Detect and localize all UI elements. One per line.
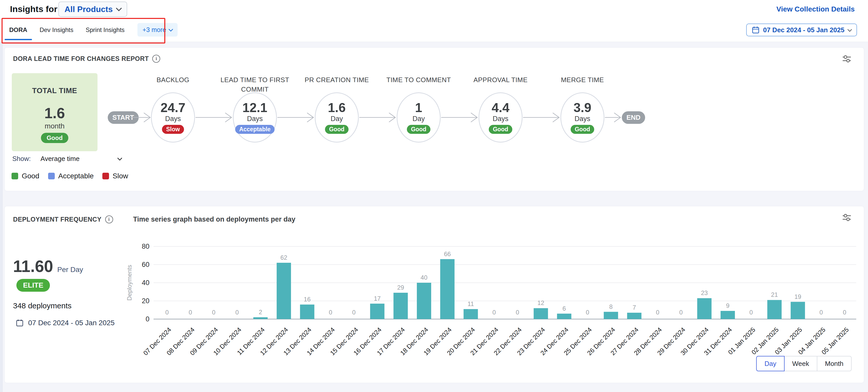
legend-label: Acceptable	[58, 172, 94, 180]
bar-26 Dec 2024[interactable]	[604, 312, 618, 319]
bar-16 Dec 2024[interactable]	[370, 304, 384, 319]
stage-node-5: 4.4DaysGood	[478, 92, 523, 143]
stage-value: 3.9	[574, 101, 591, 115]
bar-27 Dec 2024[interactable]	[627, 313, 642, 319]
stage-unit: Day	[412, 115, 425, 123]
chevron-down-icon	[168, 27, 173, 31]
date-range-value: 07 Dec 2024 - 05 Jan 2025	[763, 26, 844, 34]
bar-value-label: 0	[749, 309, 752, 316]
view-collection-details-link[interactable]: View Collection Details	[776, 5, 855, 13]
bar-17 Dec 2024[interactable]	[394, 293, 408, 319]
granularity-day-button[interactable]: Day	[756, 356, 784, 371]
stage-unit: Days	[165, 115, 181, 123]
stage-status-badge: Good	[489, 125, 512, 134]
bar-value-label: 12	[537, 299, 544, 306]
chart-settings-icon[interactable]	[841, 213, 852, 222]
bar-24 Dec 2024[interactable]	[557, 314, 571, 319]
date-range-picker[interactable]: 07 Dec 2024 - 05 Jan 2025	[746, 24, 857, 36]
more-tabs-dropdown[interactable]: +3 more	[137, 23, 178, 37]
bar-30 Dec 2024[interactable]	[697, 298, 712, 319]
product-selector-dropdown[interactable]: All Products	[58, 2, 127, 17]
bar-value-label: 0	[679, 309, 683, 316]
status-legend: GoodAcceptableSlow	[11, 172, 132, 180]
bar-value-label: 6	[562, 305, 566, 312]
bar-value-label: 9	[726, 302, 729, 309]
lead-time-panel: DORA LEAD TIME FOR CHANGES REPORT i TOTA…	[4, 47, 864, 191]
y-tick-label: 0	[146, 315, 150, 323]
total-time-value: 1.6	[44, 106, 65, 121]
bar-03 Jan 2025[interactable]	[791, 302, 805, 319]
total-time-status-badge: Good	[41, 133, 68, 143]
stage-unit: Days	[247, 115, 263, 123]
bar-value-label: 0	[492, 309, 496, 316]
lead-time-panel-title: DORA LEAD TIME FOR CHANGES REPORT i	[13, 55, 160, 63]
bar-12 Dec 2024[interactable]	[277, 263, 291, 319]
bar-20 Dec 2024[interactable]	[464, 309, 478, 319]
bar-19 Dec 2024[interactable]	[440, 259, 455, 319]
info-icon[interactable]: i	[152, 55, 160, 63]
tab-dora[interactable]: DORA	[3, 18, 33, 42]
granularity-month-button[interactable]: Month	[817, 356, 851, 371]
more-tabs-label: +3 more	[143, 26, 166, 33]
granularity-week-button[interactable]: Week	[784, 356, 817, 371]
chart-settings-icon[interactable]	[841, 54, 852, 63]
bar-23 Dec 2024[interactable]	[533, 308, 548, 319]
legend-swatch	[102, 173, 109, 179]
deployment-rate: 11.60 Per Day	[13, 257, 83, 276]
lead-time-panel-title-text: DORA LEAD TIME FOR CHANGES REPORT	[13, 55, 149, 62]
chevron-down-icon	[116, 5, 122, 11]
page-title: Insights for	[10, 4, 57, 14]
tab-sprint-insights[interactable]: Sprint Insights	[80, 18, 131, 42]
y-tick-label: 60	[142, 261, 150, 268]
info-icon[interactable]: i	[105, 215, 113, 223]
legend-label: Slow	[113, 172, 128, 180]
stage-value: 1	[415, 101, 422, 115]
legend-item-slow: Slow	[102, 172, 128, 180]
show-metric-dropdown[interactable]: Show: Average time	[12, 153, 122, 164]
legend-item-good: Good	[11, 172, 39, 180]
stage-status-badge: Good	[407, 125, 430, 134]
total-time-unit: month	[45, 122, 65, 130]
dora-insights-page: Insights for All Products View Collectio…	[0, 0, 868, 392]
deployment-rate-unit: Per Day	[57, 266, 83, 274]
stage-label-6: MERGE TIME	[539, 75, 626, 85]
bar-value-label: 8	[609, 303, 613, 310]
bar-value-label: 62	[280, 254, 287, 261]
deployment-panel-title-text: DEPLOYMENT FREQUENCY	[13, 216, 101, 223]
y-tick-label: 40	[142, 279, 150, 287]
bar-value-label: 0	[165, 309, 168, 316]
bar-value-label: 0	[656, 309, 659, 316]
bar-value-label: 0	[236, 309, 239, 316]
performance-tier-badge: ELITE	[17, 279, 50, 292]
bar-02 Jan 2025[interactable]	[767, 300, 781, 319]
product-selector-value: All Products	[64, 5, 113, 14]
stage-label-4: TIME TO COMMENT	[375, 75, 462, 85]
stage-value: 12.1	[242, 101, 267, 115]
legend-swatch	[11, 173, 18, 179]
flow-arrow	[441, 112, 478, 123]
y-axis-label: Deployments	[126, 265, 133, 301]
stage-status-badge: Slow	[162, 125, 184, 134]
end-pill: END	[622, 111, 645, 124]
bar-11 Dec 2024[interactable]	[253, 317, 268, 319]
bar-31 Dec 2024[interactable]	[721, 311, 735, 319]
bar-18 Dec 2024[interactable]	[417, 283, 431, 319]
bar-value-label: 0	[212, 309, 215, 316]
stage-unit: Days	[493, 115, 508, 123]
stage-node-3: 1.6DayGood	[315, 92, 359, 143]
deployments-bar-chart: 020406080Deployments007 Dec 2024008 Dec …	[125, 240, 862, 380]
bar-13 Dec 2024[interactable]	[300, 304, 314, 319]
tab-dev-insights[interactable]: Dev Insights	[33, 18, 80, 42]
legend-label: Good	[22, 172, 39, 180]
bar-value-label: 21	[771, 291, 778, 298]
stage-node-6: 3.9DaysGood	[560, 92, 604, 143]
stage-status-badge: Good	[571, 125, 594, 134]
stage-status-badge: Good	[325, 125, 348, 134]
flow-arrow	[277, 112, 314, 123]
bar-value-label: 0	[189, 309, 192, 316]
flow-arrow	[523, 112, 560, 123]
content-area: DORA LEAD TIME FOR CHANGES REPORT i TOTA…	[0, 42, 868, 392]
bar-value-label: 0	[843, 309, 846, 316]
deployment-rate-value: 11.60	[13, 257, 53, 276]
legend-item-acceptable: Acceptable	[48, 172, 94, 180]
